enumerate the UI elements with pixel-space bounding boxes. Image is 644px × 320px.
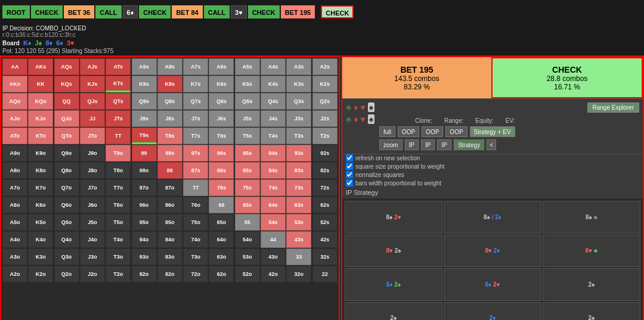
grid-cell[interactable]: K9s — [132, 76, 157, 92]
grid-cell[interactable]: 73s — [286, 179, 311, 196]
grid-cell[interactable]: 62o — [209, 266, 234, 282]
oop-button-3[interactable]: OOP — [445, 126, 467, 137]
grid-cell[interactable]: KQs — [54, 76, 79, 92]
ip-button-3[interactable]: IP — [437, 139, 451, 150]
grid-cell[interactable]: T7o — [106, 179, 131, 196]
range-explorer-button[interactable]: Range Explorer — [587, 102, 639, 113]
grid-cell[interactable]: 63s — [286, 197, 311, 213]
grid-cell[interactable]: 82o — [157, 266, 182, 282]
nav-3h[interactable]: 3♥ — [231, 5, 247, 18]
grid-cell[interactable]: A9s — [132, 58, 157, 75]
grid-cell[interactable]: KJo — [28, 110, 53, 127]
combo-cell-0[interactable]: 8♠ 2♥ — [345, 201, 442, 234]
grid-cell[interactable]: A4o — [2, 231, 27, 248]
grid-cell[interactable]: 43o — [261, 248, 286, 265]
grid-cell[interactable]: Q3s — [286, 93, 311, 110]
bet-action-box[interactable]: BET 195 143.5 combos 83.29 % — [342, 57, 491, 98]
grid-cell[interactable]: 94s — [261, 145, 286, 161]
grid-cell[interactable]: 95o — [132, 214, 157, 231]
grid-cell[interactable]: T6s — [209, 128, 234, 144]
grid-cell[interactable]: A4s — [261, 58, 286, 75]
grid-cell[interactable]: 64o — [209, 231, 234, 248]
grid-cell[interactable]: Q4s — [261, 93, 286, 110]
grid-cell[interactable]: Q4o — [54, 231, 79, 248]
grid-cell[interactable]: K4s — [261, 76, 286, 92]
grid-cell[interactable]: KTs — [106, 76, 131, 92]
grid-cell[interactable]: 82s — [312, 162, 338, 179]
grid-cell[interactable]: Q9s — [132, 93, 157, 110]
grid-cell[interactable]: 85s — [235, 162, 260, 179]
grid-cell[interactable]: A3o — [2, 248, 27, 265]
grid-cell[interactable]: A5s — [235, 58, 260, 75]
grid-cell[interactable]: 42s — [312, 231, 338, 248]
grid-cell[interactable]: A8s — [157, 58, 182, 75]
grid-cell[interactable]: T4s — [261, 128, 286, 144]
refresh-checkbox[interactable] — [346, 154, 353, 161]
combo-cell-10[interactable]: 2♦ — [444, 302, 541, 321]
grid-cell[interactable]: QTs — [106, 93, 131, 110]
grid-cell[interactable]: T8s — [157, 128, 182, 144]
spade-icon-2[interactable]: ♠ — [368, 114, 374, 124]
nav-check-3[interactable]: CHECK — [248, 5, 280, 18]
combo-cell-3[interactable]: 8♥ 2♠ — [345, 235, 442, 268]
grid-cell[interactable]: J5s — [235, 110, 260, 127]
grid-cell[interactable]: A7o — [2, 179, 27, 196]
grid-cell[interactable]: 96s — [209, 145, 234, 161]
combo-cell-4[interactable]: 8♥ 2♦ — [444, 235, 541, 268]
grid-cell[interactable]: J4o — [80, 231, 105, 248]
grid-cell[interactable]: AKs — [28, 58, 53, 75]
grid-cell[interactable]: T9o — [106, 145, 131, 161]
grid-cell[interactable]: T8o — [106, 162, 131, 179]
grid-cell[interactable]: 33 — [286, 248, 311, 265]
strategy-ev-button[interactable]: Strategy + EV — [470, 126, 515, 137]
grid-cell[interactable]: K7o — [28, 179, 53, 196]
grid-cell[interactable]: 97o — [132, 179, 157, 196]
grid-cell[interactable]: 87s — [183, 162, 208, 179]
nav-bet36[interactable]: BET 36 — [64, 5, 94, 18]
grid-cell[interactable]: A2s — [312, 58, 338, 75]
grid-cell[interactable]: KTo — [28, 128, 53, 144]
grid-cell[interactable]: 74o — [183, 231, 208, 248]
diamond-icon-1[interactable]: ♦ — [354, 102, 358, 112]
grid-cell[interactable]: 83o — [157, 248, 182, 265]
grid-cell[interactable]: QQ — [54, 93, 79, 110]
grid-cell[interactable]: 92s — [312, 145, 338, 161]
nav-check-2[interactable]: CHECK — [139, 5, 171, 18]
grid-cell[interactable]: 93s — [286, 145, 311, 161]
grid-cell[interactable]: K2o — [28, 266, 53, 282]
grid-cell[interactable]: JTs — [106, 110, 131, 127]
grid-cell[interactable]: J9s — [132, 110, 157, 127]
grid-cell[interactable]: A7s — [183, 58, 208, 75]
grid-cell[interactable]: 43s — [286, 231, 311, 248]
strategy-button[interactable]: Strategy — [454, 139, 484, 150]
nav-check-active[interactable]: CHECK — [321, 5, 354, 18]
grid-cell[interactable]: Q6o — [54, 197, 79, 213]
oop-button-1[interactable]: OOP — [398, 126, 419, 137]
grid-cell[interactable]: 72o — [183, 266, 208, 282]
bars-width-checkbox[interactable] — [346, 179, 353, 187]
oop-button-2[interactable]: OOP — [422, 126, 443, 137]
grid-cell[interactable]: AA — [2, 58, 27, 75]
grid-cell[interactable]: AQo — [2, 93, 27, 110]
grid-cell[interactable]: 55 — [235, 214, 260, 231]
grid-cell[interactable]: K2s — [312, 76, 338, 92]
grid-cell[interactable]: T4o — [106, 231, 131, 248]
grid-cell[interactable]: Q7s — [183, 93, 208, 110]
grid-cell[interactable]: KK — [28, 76, 53, 92]
grid-cell[interactable]: 84o — [157, 231, 182, 248]
grid-cell[interactable]: K7s — [183, 76, 208, 92]
grid-cell[interactable]: 32o — [286, 266, 311, 282]
grid-cell[interactable]: T5o — [106, 214, 131, 231]
grid-cell[interactable]: T5s — [235, 128, 260, 144]
grid-cell[interactable]: J8o — [80, 162, 105, 179]
grid-cell[interactable]: ATo — [2, 128, 27, 144]
nav-6d[interactable]: 6♦ — [123, 5, 138, 18]
grid-cell[interactable]: A2o — [2, 266, 27, 282]
grid-cell[interactable]: 32s — [312, 248, 338, 265]
grid-cell[interactable]: 73o — [183, 248, 208, 265]
grid-cell[interactable]: QJs — [80, 93, 105, 110]
grid-cell[interactable]: Q6s — [209, 93, 234, 110]
grid-cell[interactable]: QTo — [54, 128, 79, 144]
grid-cell[interactable]: 54s — [261, 214, 286, 231]
grid-cell[interactable]: K6o — [28, 197, 53, 213]
